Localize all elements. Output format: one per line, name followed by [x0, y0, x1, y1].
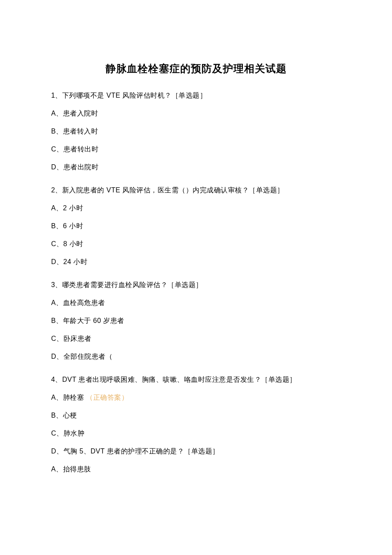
question-stem: 1、下列哪项不是 VTE 风险评估时机？［单选题］: [51, 90, 341, 101]
question-stem: 4、DVT 患者出现呼吸困难、胸痛、咳嗽、咯血时应注意是否发生？［单选题］: [51, 375, 341, 385]
correct-answer-label: （正确答案）: [86, 394, 128, 401]
page: 静脉血栓栓塞症的预防及护理相关试题 1、下列哪项不是 VTE 风险评估时机？［单…: [0, 0, 392, 555]
option-d: D、气胸 5、DVT 患者的护理不正确的是？［单选题］: [51, 446, 341, 456]
option-b: B、6 小时: [51, 221, 341, 231]
option-text: A、肺栓塞: [51, 394, 84, 401]
option-d: D、24 小时: [51, 257, 341, 267]
option-b: B、年龄大于 60 岁患者: [51, 316, 341, 326]
option-c: C、8 小时: [51, 239, 341, 249]
question-4: 4、DVT 患者出现呼吸困难、胸痛、咳嗽、咯血时应注意是否发生？［单选题］ A、…: [51, 375, 341, 474]
option-a: A、肺栓塞 （正确答案）: [51, 392, 341, 403]
option-b: B、心梗: [51, 410, 341, 421]
option-a: A、血栓高危患者: [51, 298, 341, 308]
document-title: 静脉血栓栓塞症的预防及护理相关试题: [51, 62, 341, 76]
option-c: C、患者转出时: [51, 144, 341, 154]
option-d: D、患者出院时: [51, 162, 341, 172]
option-c: C、肺水肿: [51, 428, 341, 439]
option-c: C、卧床患者: [51, 334, 341, 344]
question-stem: 3、哪类患者需要进行血栓风险评估？［单选题］: [51, 280, 341, 290]
option-d: D、全部住院患者（: [51, 352, 341, 362]
option-b: B、患者转入时: [51, 126, 341, 137]
option-a: A、患者入院时: [51, 108, 341, 119]
question-3: 3、哪类患者需要进行血栓风险评估？［单选题］ A、血栓高危患者 B、年龄大于 6…: [51, 280, 341, 362]
question-1: 1、下列哪项不是 VTE 风险评估时机？［单选题］ A、患者入院时 B、患者转入…: [51, 90, 341, 172]
option-a-next: A、抬得患肢: [51, 464, 341, 474]
option-a: A、2 小时: [51, 203, 341, 213]
question-2: 2、新入院患者的 VTE 风险评估，医生需（）内完成确认审核？［单选题］ A、2…: [51, 185, 341, 267]
question-stem: 2、新入院患者的 VTE 风险评估，医生需（）内完成确认审核？［单选题］: [51, 185, 341, 195]
